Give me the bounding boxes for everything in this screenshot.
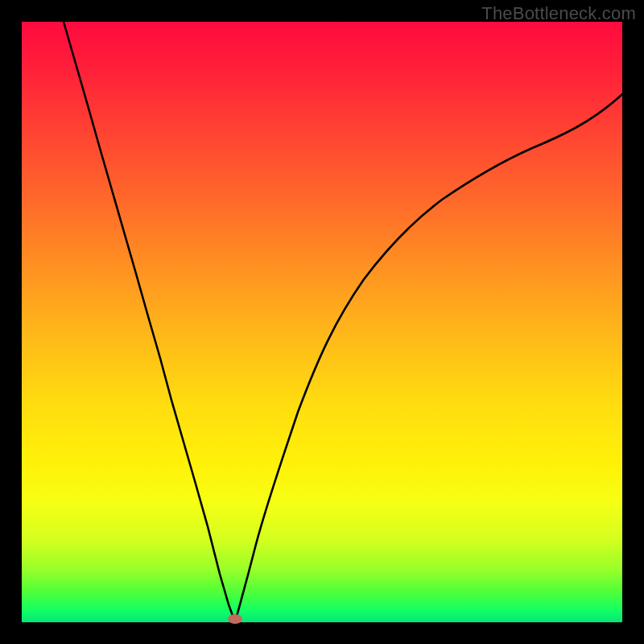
bottleneck-curve — [22, 22, 622, 622]
plot-area — [22, 22, 622, 622]
curve-right-branch — [235, 94, 622, 622]
chart-frame: TheBottleneck.com — [0, 0, 644, 644]
watermark-text: TheBottleneck.com — [481, 3, 636, 24]
minimum-marker — [228, 614, 242, 624]
curve-left-branch — [64, 22, 235, 622]
